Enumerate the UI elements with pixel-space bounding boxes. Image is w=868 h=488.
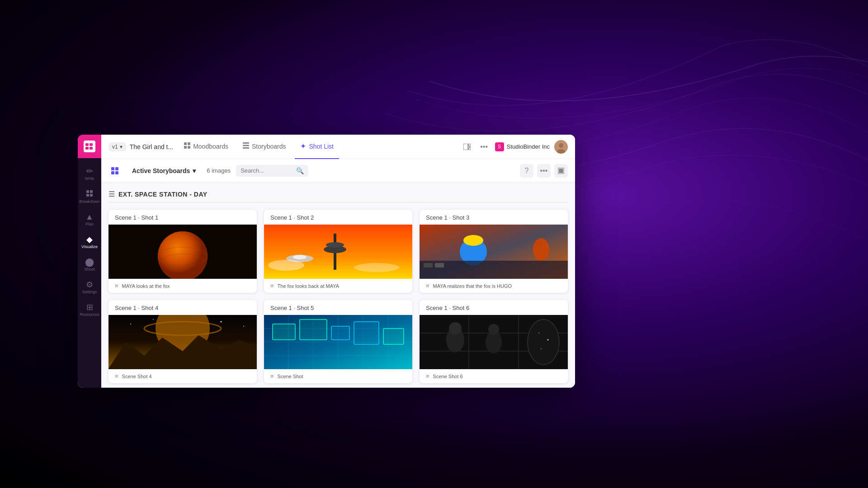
shot-desc-1: MAYA looks at the fox [122, 283, 170, 289]
shot-card-5: Scene 1 · Shot 5 [264, 300, 412, 383]
svg-point-44 [533, 238, 549, 261]
svg-rect-7 [90, 194, 93, 197]
svg-rect-21 [111, 167, 114, 170]
sidebar-item-settings[interactable]: ⚙ Settings [79, 277, 100, 298]
images-count: 6 images [207, 167, 231, 174]
main-content: v1 ▾ The Girl and t... Moodboards [101, 135, 575, 388]
svg-rect-69 [383, 328, 404, 344]
nav-right: ••• S StudioBinder Inc [461, 140, 568, 154]
svg-rect-8 [184, 142, 187, 145]
org-icon: S [495, 142, 504, 151]
svg-point-19 [559, 143, 563, 148]
svg-rect-67 [331, 326, 349, 340]
shot-image-3 [420, 225, 568, 279]
svg-point-52 [130, 324, 131, 324]
shot-desc-icon-1: ≡ [115, 282, 118, 289]
top-nav: v1 ▾ The Girl and t... Moodboards [101, 135, 575, 159]
shot-desc-2: The fox looks back at MAYA [278, 283, 340, 289]
sidebar-item-write[interactable]: ✏ Write [79, 164, 100, 184]
svg-point-77 [449, 322, 462, 335]
layout-icon-btn[interactable] [461, 141, 473, 153]
svg-rect-0 [85, 143, 89, 146]
svg-point-55 [243, 326, 244, 327]
tab-moodboards[interactable]: Moodboards [179, 135, 234, 159]
shot-card-header-5: Scene 1 · Shot 5 [264, 300, 412, 315]
sidebar: ✏ Write Breakdown ▲ Plan ◆ [78, 135, 101, 388]
dropdown-chevron: ▾ [193, 167, 196, 174]
more-options-btn[interactable]: ••• [478, 141, 491, 153]
svg-point-54 [221, 321, 222, 323]
shot-desc-icon-4: ≡ [115, 373, 118, 380]
shot-desc-6: Scene Shot 6 [433, 374, 463, 379]
sidebar-item-breakdown[interactable]: Breakdown [79, 186, 100, 207]
toolbar-view-btn[interactable] [554, 164, 568, 178]
shot-desc-5: Scene Shot [278, 374, 303, 379]
moodboards-tab-label: Moodboards [193, 143, 228, 150]
shoot-icon: ⬤ [85, 258, 94, 266]
write-icon: ✏ [86, 167, 93, 175]
shot-image-5 [264, 315, 412, 369]
toolbar: Active Storyboards ▾ 6 images 🔍 ? ••• [101, 159, 575, 183]
org-name: StudioBinder Inc [507, 143, 550, 150]
shot-card-footer-3: ≡ MAYA realizes that the fox is HUGO [420, 279, 568, 293]
svg-point-81 [538, 333, 539, 333]
shot-desc-icon-3: ≡ [426, 282, 429, 289]
svg-rect-65 [273, 324, 295, 340]
sidebar-item-visualize[interactable]: ◆ Visualize [79, 232, 100, 253]
project-title: The Girl and t... [130, 143, 173, 150]
sidebar-item-plan[interactable]: ▲ Plan [79, 209, 100, 230]
scene-header: ☰ EXT. SPACE STATION - DAY [108, 190, 568, 202]
shot-desc-4: Scene Shot 4 [122, 374, 152, 379]
storyboards-tab-label: Storyboards [252, 143, 286, 150]
shot-card-footer-6: ≡ Scene Shot 6 [420, 369, 568, 383]
svg-rect-5 [90, 190, 93, 193]
svg-rect-3 [90, 147, 93, 150]
breakdown-icon [86, 190, 93, 198]
scene-title: EXT. SPACE STATION - DAY [118, 191, 208, 198]
version-text: v1 [112, 144, 118, 150]
shot-card-footer-1: ≡ MAYA looks at the fox [108, 279, 257, 293]
user-avatar[interactable] [554, 140, 568, 154]
svg-point-83 [541, 348, 542, 349]
svg-rect-13 [243, 145, 249, 146]
search-input[interactable] [241, 167, 293, 174]
shot-card-header-4: Scene 1 · Shot 4 [108, 300, 257, 315]
version-badge[interactable]: v1 ▾ [108, 142, 126, 151]
scene-header-icon: ☰ [108, 190, 115, 198]
svg-point-82 [547, 339, 549, 341]
moodboards-tab-icon [184, 142, 190, 150]
shot-desc-3: MAYA realizes that the fox is HUGO [433, 283, 512, 289]
svg-point-37 [293, 255, 307, 259]
shot-card-3: Scene 1 · Shot 3 [420, 210, 568, 293]
svg-point-43 [463, 235, 483, 246]
plan-icon: ▲ [85, 213, 94, 221]
search-box: 🔍 [236, 165, 308, 177]
svg-rect-15 [463, 144, 468, 150]
svg-rect-11 [188, 146, 190, 149]
shot-image-6 [420, 315, 568, 369]
shot-card-header-1: Scene 1 · Shot 1 [108, 210, 257, 225]
storyboards-dropdown[interactable]: Active Storyboards ▾ [127, 164, 201, 177]
svg-rect-46 [424, 263, 433, 267]
shot-image-2 [264, 225, 412, 279]
svg-rect-14 [243, 147, 249, 149]
app-window: ✏ Write Breakdown ▲ Plan ◆ [78, 135, 575, 388]
content-area: ☰ EXT. SPACE STATION - DAY Scene 1 · Sho… [101, 183, 575, 388]
tab-shotlist[interactable]: ✦ Shot List [295, 135, 339, 159]
settings-icon: ⚙ [86, 281, 93, 289]
svg-point-39 [354, 263, 399, 272]
sidebar-label-resources: Resources [80, 312, 99, 317]
help-icon-btn[interactable]: ? [520, 164, 533, 178]
sidebar-nav: ✏ Write Breakdown ▲ Plan ◆ [79, 158, 100, 388]
svg-rect-68 [354, 322, 379, 344]
sidebar-item-resources[interactable]: ⊞ Resources [79, 300, 100, 320]
sidebar-item-shoot[interactable]: ⬤ Shoot [79, 254, 100, 275]
version-chevron: ▾ [120, 144, 123, 150]
tab-storyboards[interactable]: Storyboards [237, 135, 291, 159]
org-info: S StudioBinder Inc [495, 142, 550, 151]
svg-point-35 [326, 242, 344, 248]
shot-card-header-3: Scene 1 · Shot 3 [420, 210, 568, 225]
toolbar-more-btn[interactable]: ••• [537, 164, 551, 178]
search-icon: 🔍 [296, 167, 304, 174]
svg-point-29 [158, 231, 208, 279]
